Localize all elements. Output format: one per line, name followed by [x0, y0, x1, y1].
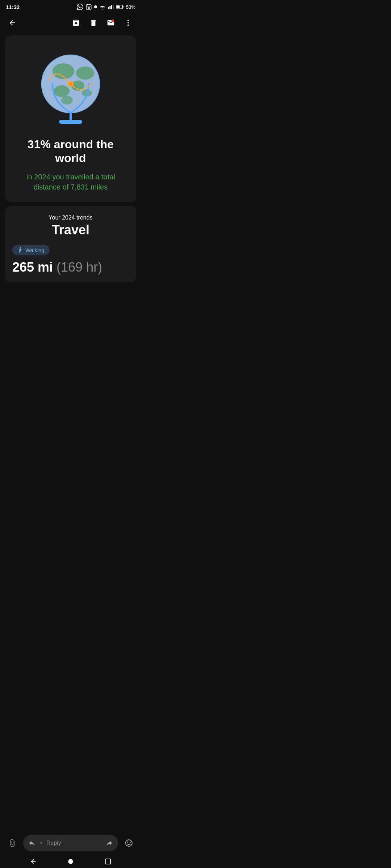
- email-content: 31% around the world In 2024 you travell…: [0, 33, 141, 285]
- trends-card: Your 2024 trends Travel Walking 265 mi (…: [5, 206, 136, 282]
- svg-point-29: [69, 82, 72, 86]
- svg-rect-10: [113, 5, 114, 9]
- whatsapp-icon: [77, 4, 83, 10]
- svg-text:31: 31: [88, 7, 90, 9]
- svg-point-16: [127, 22, 129, 24]
- globe-subtitle: In 2024 you travelled a total distance o…: [12, 172, 129, 192]
- activity-type: Walking: [25, 247, 45, 253]
- notification-dot: [94, 5, 97, 8]
- svg-point-14: [112, 20, 114, 22]
- activity-stats: 265 mi (169 hr): [12, 260, 129, 275]
- svg-point-22: [76, 67, 94, 80]
- trends-title: Travel: [12, 222, 129, 238]
- status-bar: 11:32 31: [0, 0, 141, 13]
- mark-unread-button[interactable]: [104, 16, 118, 30]
- globe-headline: 31% around the world: [12, 137, 129, 165]
- activity-duration: (169 hr): [56, 260, 102, 275]
- archive-button[interactable]: [69, 16, 83, 30]
- svg-rect-19: [70, 113, 72, 121]
- calendar-icon: 31: [85, 4, 92, 10]
- svg-rect-12: [116, 5, 119, 8]
- status-time: 11:32: [6, 4, 20, 10]
- walking-icon: [17, 247, 23, 253]
- status-icons: 31 53%: [77, 4, 135, 10]
- signal-icon: [108, 4, 114, 9]
- trends-label: Your 2024 trends: [12, 214, 129, 221]
- svg-point-26: [61, 96, 73, 105]
- svg-point-15: [127, 20, 129, 21]
- svg-point-24: [54, 85, 70, 97]
- svg-point-6: [102, 9, 103, 9]
- wifi-icon: [99, 4, 106, 9]
- globe-illustration: [31, 44, 110, 131]
- globe-svg: [31, 44, 110, 131]
- globe-card: 31% around the world In 2024 you travell…: [5, 35, 136, 202]
- toolbar: [0, 13, 141, 33]
- svg-rect-7: [108, 7, 109, 9]
- battery-percent: 53%: [126, 4, 135, 10]
- svg-point-5: [94, 5, 97, 8]
- svg-rect-13: [123, 6, 123, 8]
- activity-distance: 265 mi: [12, 260, 53, 275]
- svg-rect-9: [111, 5, 112, 9]
- battery-icon: [116, 5, 124, 9]
- delete-button[interactable]: [86, 16, 101, 30]
- svg-point-17: [127, 25, 129, 26]
- activity-badge: Walking: [12, 245, 50, 255]
- more-options-button[interactable]: [121, 16, 135, 30]
- back-button[interactable]: [6, 16, 19, 29]
- svg-rect-8: [109, 6, 110, 9]
